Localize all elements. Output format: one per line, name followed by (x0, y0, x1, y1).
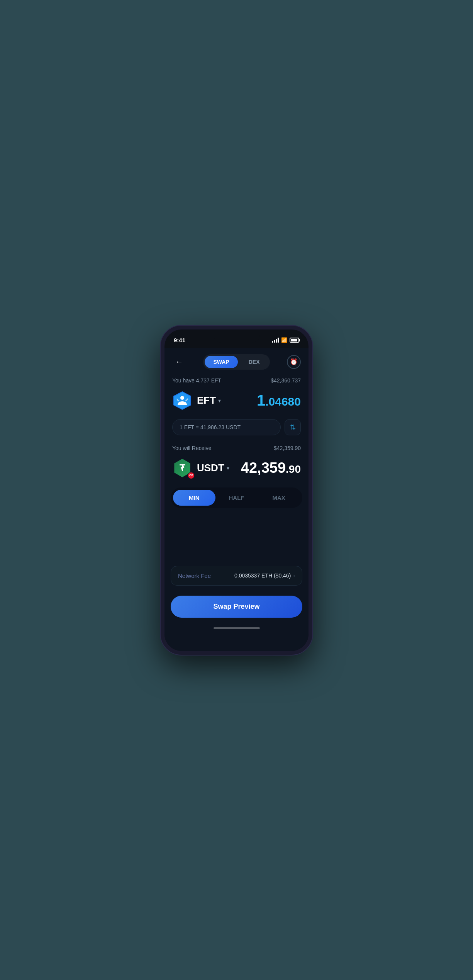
svg-point-2 (180, 396, 184, 400)
tab-group: SWAP DEX (203, 354, 270, 370)
usdt-icon-wrapper: ₮ OP (172, 458, 192, 478)
usdt-symbol: ₮ (180, 463, 185, 473)
network-fee-label: Network Fee (178, 572, 211, 579)
to-amount-whole: 42,359 (241, 460, 286, 476)
to-label: You will Receive (172, 445, 211, 451)
amount-buttons: MIN HALF MAX (171, 487, 302, 508)
op-badge: OP (188, 472, 195, 479)
from-amount-decimal: .04680 (265, 395, 301, 408)
half-button[interactable]: HALF (215, 490, 258, 506)
from-amount[interactable]: 1 .04680 (257, 392, 301, 409)
home-indicator (164, 625, 309, 633)
tab-dex[interactable]: DEX (240, 356, 268, 368)
from-balance: $42,360.737 (271, 377, 301, 384)
battery-icon (290, 338, 299, 343)
screen: ← SWAP DEX ⏰ You have 4.737 EFT $42,360.… (164, 348, 309, 651)
network-fee-value: 0.0035337 ETH ($0.46) (234, 572, 291, 579)
from-section: You have 4.737 EFT $42,360.737 (164, 377, 309, 435)
exchange-rate: 1 EFT = 41,986.23 USDT (172, 419, 281, 435)
back-button[interactable]: ← (172, 355, 186, 369)
to-chevron-icon: ▾ (227, 465, 229, 471)
fee-value-row: 0.0035337 ETH ($0.46) › (234, 572, 295, 579)
to-token-row: ₮ OP USDT ▾ 42,359 .90 (171, 455, 302, 481)
wifi-icon: 📶 (281, 337, 287, 343)
from-label-row: You have 4.737 EFT $42,360.737 (171, 377, 302, 384)
rate-row: 1 EFT = 41,986.23 USDT ⇅ (171, 419, 302, 435)
notch (214, 329, 260, 343)
spacer (164, 512, 309, 535)
signal-icon (272, 338, 279, 343)
eft-icon (172, 391, 192, 411)
to-token-selector[interactable]: USDT ▾ (197, 462, 229, 474)
phone-frame: 9:41 📶 ← SWAP DEX ⏰ (161, 326, 312, 655)
min-button[interactable]: MIN (173, 490, 215, 506)
max-button[interactable]: MAX (258, 490, 300, 506)
to-amount: 42,359 .90 (241, 460, 301, 476)
from-amount-whole: 1 (257, 392, 265, 409)
to-label-row: You will Receive $42,359.90 (171, 445, 302, 451)
from-token-symbol: EFT (197, 394, 216, 406)
from-token-left: EFT ▾ (172, 391, 221, 411)
from-chevron-icon: ▾ (218, 397, 221, 404)
swap-direction-button[interactable]: ⇅ (285, 419, 301, 435)
from-token-selector[interactable]: EFT ▾ (197, 394, 221, 406)
swap-arrows-icon: ⇅ (290, 423, 296, 431)
network-fee-section[interactable]: Network Fee 0.0035337 ETH ($0.46) › (171, 566, 302, 586)
home-bar (214, 627, 260, 629)
to-section: You will Receive $42,359.90 ₮ OP USDT ▾ (164, 445, 309, 481)
swap-preview-button[interactable]: Swap Preview (171, 596, 302, 618)
to-token-left: ₮ OP USDT ▾ (172, 458, 229, 478)
history-icon: ⏰ (290, 358, 298, 365)
status-time: 9:41 (174, 337, 185, 343)
status-icons: 📶 (272, 337, 299, 343)
history-button[interactable]: ⏰ (287, 355, 301, 369)
header: ← SWAP DEX ⏰ (164, 348, 309, 377)
to-token-symbol: USDT (197, 462, 224, 474)
fee-chevron-icon: › (293, 572, 295, 579)
tab-swap[interactable]: SWAP (205, 356, 237, 368)
from-label: You have 4.737 EFT (172, 377, 221, 384)
to-balance: $42,359.90 (274, 445, 301, 451)
back-arrow-icon: ← (175, 357, 183, 366)
from-token-row: EFT ▾ 1 .04680 (171, 387, 302, 414)
section-divider (171, 441, 302, 441)
to-amount-decimal: .90 (286, 463, 301, 476)
